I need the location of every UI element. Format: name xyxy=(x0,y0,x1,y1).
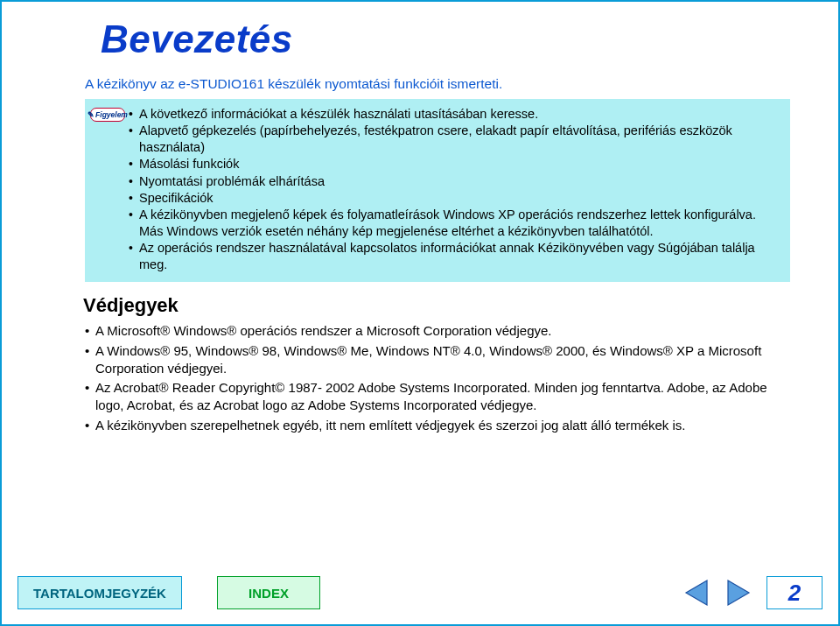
attention-item: A kézikönyvben megjelenő képek és folyam… xyxy=(129,207,781,240)
attention-icon-label: Figyelem xyxy=(95,110,128,119)
trademarks-heading: Védjegyek xyxy=(83,294,790,317)
document-page: Bevezetés A kézikönyv az e-STUDIO161 kés… xyxy=(0,0,840,626)
arrow-left-icon xyxy=(681,577,712,608)
nav-arrows xyxy=(681,577,754,608)
trademark-item: A kézikönyvben szerepelhetnek egyéb, itt… xyxy=(85,417,790,434)
page-number: 2 xyxy=(788,580,801,607)
toc-label: TARTALOMJEGYZÉK xyxy=(33,586,166,601)
page-number-box: 2 xyxy=(766,576,822,609)
page-title: Bevezetés xyxy=(101,18,293,61)
svg-marker-1 xyxy=(728,580,749,605)
attention-item: Nyomtatási problémák elhárítása xyxy=(129,173,781,190)
title-plate: Bevezetés xyxy=(85,14,309,70)
intro-text: A kézikönyv az e-STUDIO161 készülék nyom… xyxy=(85,76,790,92)
trademark-item: Az Acrobat® Reader Copyright© 1987- 2002… xyxy=(85,379,790,415)
attention-item: Alapvető gépkezelés (papírbehelyezés, fe… xyxy=(129,123,781,156)
attention-list: A következő információkat a készülék has… xyxy=(129,106,781,273)
attention-item: Az operációs rendszer használatával kapc… xyxy=(129,240,781,273)
trademark-item: A Windows® 95, Windows® 98, Windows® Me,… xyxy=(85,342,790,378)
svg-marker-0 xyxy=(686,580,707,605)
index-button[interactable]: INDEX xyxy=(217,576,320,609)
attention-item: A következő információkat a készülék has… xyxy=(129,106,781,123)
arrow-right-icon xyxy=(723,577,754,608)
footer-bar: TARTALOMJEGYZÉK INDEX 2 xyxy=(18,573,822,612)
trademarks-list: A Microsoft® Windows® operációs rendszer… xyxy=(85,322,790,434)
index-label: INDEX xyxy=(248,586,289,601)
toc-button[interactable]: TARTALOMJEGYZÉK xyxy=(18,576,182,609)
attention-icon: Figyelem xyxy=(90,108,125,122)
prev-page-button[interactable] xyxy=(681,577,712,608)
attention-item: Specifikációk xyxy=(129,190,781,207)
attention-item: Másolási funkciók xyxy=(129,156,781,172)
content-area: A kézikönyv az e-STUDIO161 készülék nyom… xyxy=(85,76,790,436)
attention-box: Figyelem A következő információkat a kés… xyxy=(85,99,790,282)
next-page-button[interactable] xyxy=(723,577,754,608)
trademark-item: A Microsoft® Windows® operációs rendszer… xyxy=(85,322,790,340)
